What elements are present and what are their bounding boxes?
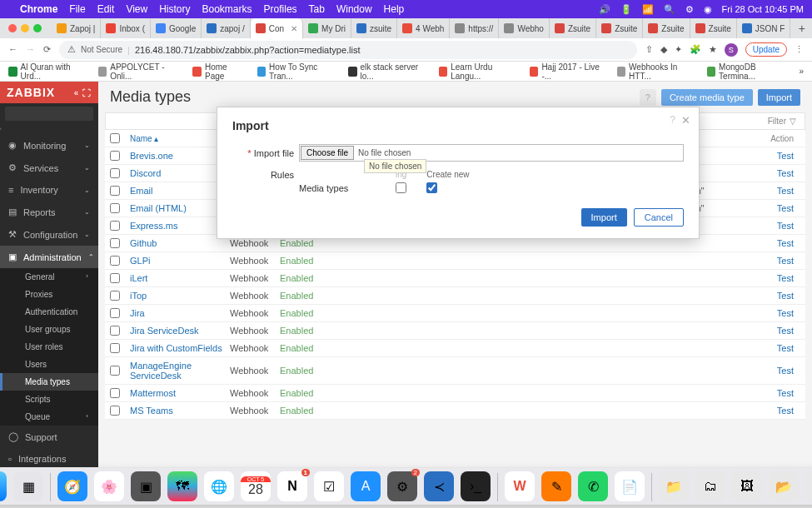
menu-profiles[interactable]: Profiles [264,3,297,15]
browser-tab[interactable]: zapoj / [202,18,250,38]
row-checkbox[interactable] [110,273,120,283]
row-test-link[interactable]: Test [759,186,800,196]
row-checkbox[interactable] [110,168,120,178]
sidebar-sub-authentication[interactable]: Authentication [0,303,98,321]
modal-close-icon[interactable]: ✕ [681,114,690,127]
window-max-icon[interactable] [33,24,42,32]
browser-tab[interactable]: Inbox ( [101,18,151,38]
share-icon[interactable]: ⇧ [645,44,653,55]
row-name[interactable]: Jira with CustomFields [130,343,230,353]
bookmark-item[interactable]: Learn Urdu Langu... [439,62,516,81]
browser-tab[interactable]: Zapoj | [52,18,101,38]
row-test-link[interactable]: Test [759,406,800,416]
dock-terminal-icon[interactable]: ›_ [461,471,491,501]
row-checkbox[interactable] [110,366,120,376]
sidebar-sub-general[interactable]: General› [0,268,98,286]
menu-tab[interactable]: Tab [309,3,325,15]
row-checkbox[interactable] [110,203,120,213]
row-name[interactable]: Mattermost [130,388,230,398]
bookmark-item[interactable]: How To Sync Tran... [257,62,335,81]
bookmark-item[interactable]: Home Page [192,62,243,81]
row-checkbox[interactable] [110,256,120,266]
choose-file-button[interactable]: Choose file [301,146,354,160]
row-status[interactable]: Enabled [280,238,330,248]
logo[interactable]: ZABBIX « ⛶ [0,82,98,103]
sidebar-item-inventory[interactable]: ≡Inventory⌄ [0,179,98,201]
row-name[interactable]: Brevis.one [130,151,230,161]
row-status[interactable]: Enabled [280,343,330,353]
sidebar-item-reports[interactable]: ▤Reports⌄ [0,201,98,223]
row-test-link[interactable]: Test [759,273,800,283]
row-name[interactable]: Discord [130,168,230,178]
sidebar-sub-media-types[interactable]: Media types [0,373,98,391]
menu-window[interactable]: Window [336,3,372,15]
row-name[interactable]: Github [130,238,230,248]
ext-icon-2[interactable]: ✦ [675,44,682,55]
modal-help-icon[interactable]: ? [670,114,675,126]
dock-vscode-icon[interactable]: ≺ [424,471,454,501]
row-checkbox[interactable] [110,238,120,248]
row-name[interactable]: Email [130,186,230,196]
browser-tab[interactable]: My Dri [303,18,351,38]
bookmarks-overflow-icon[interactable]: » [799,67,804,76]
row-name[interactable]: iTop [130,291,230,301]
dock-safari-icon[interactable]: 🧭 [57,471,87,501]
siri-icon[interactable]: ◉ [704,4,712,15]
dock-launchpad-icon[interactable]: ▦ [13,471,43,501]
bookmark-item[interactable]: Hajj 2017 - Live -... [530,62,604,81]
browser-tab[interactable]: Zsuite [596,18,643,38]
bookmark-item[interactable]: elk stack server lo... [348,62,426,81]
row-checkbox[interactable] [110,186,120,196]
app-name[interactable]: Chrome [20,3,57,15]
reload-button[interactable]: ⟳ [43,44,51,55]
sidebar-sub-proxies[interactable]: Proxies [0,286,98,303]
row-name[interactable]: MS Teams [130,406,230,416]
back-button[interactable]: ← [8,44,17,55]
row-status[interactable]: Enabled [280,256,330,266]
create-new-checkbox[interactable] [426,182,437,193]
dock-app1-icon[interactable]: ▣ [131,471,161,501]
dock-app2-icon[interactable]: ✎ [541,471,571,501]
sidebar-item-administration[interactable]: ▣Administration⌃ [0,246,98,268]
row-name[interactable]: Express.ms [130,221,230,231]
row-checkbox[interactable] [110,291,120,301]
new-tab-button[interactable]: + [792,22,812,35]
dock-finder-icon[interactable]: 🙂 [0,471,7,501]
browser-tab[interactable]: Zsuite [643,18,690,38]
update-button[interactable]: Update [745,42,787,57]
dock-photos-icon[interactable]: 🌸 [94,471,124,501]
browser-tab[interactable]: Webho [499,18,550,38]
search-icon[interactable]: 🔍 [664,4,675,15]
collapse-icon[interactable]: « ⛶ [74,88,92,97]
menu-bookmarks[interactable]: Bookmarks [202,3,252,15]
sidebar-search-input[interactable] [5,107,93,121]
row-test-link[interactable]: Test [759,388,800,398]
omnibox[interactable]: ⚠ Not Secure | 216.48.180.71/zabbix/zabb… [59,41,637,59]
row-name[interactable]: Email (HTML) [130,203,230,213]
dock-settings-icon[interactable]: ⚙2 [387,471,417,501]
sidebar-item-monitoring[interactable]: ◉Monitoring⌄ [0,134,98,157]
dock-folder2-icon[interactable]: 🗂 [695,471,725,501]
browser-tab[interactable]: Google [151,18,202,38]
dock-appstore-icon[interactable]: A [351,471,381,501]
dock-chrome-icon[interactable]: 🌐 [204,471,234,501]
row-name[interactable]: iLert [130,273,230,283]
row-test-link[interactable]: Test [759,366,800,376]
sidebar-sub-user-groups[interactable]: User groups [0,321,98,338]
browser-tab[interactable]: JSON F [737,18,791,38]
battery-icon[interactable]: 🔋 [620,4,632,15]
profile-avatar[interactable]: S [725,43,738,57]
row-name[interactable]: Jira [130,308,230,318]
row-checkbox[interactable] [110,221,120,231]
create-media-type-button[interactable]: Create media type [661,89,753,106]
window-close-icon[interactable] [8,24,17,32]
dock-folder3-icon[interactable]: 🖼 [732,471,762,501]
sidebar-item-services[interactable]: ⚙Services⌄ [0,157,98,179]
row-status[interactable]: Enabled [280,291,330,301]
control-center-icon[interactable]: ⚙ [685,4,694,15]
menu-edit[interactable]: Edit [97,3,115,15]
bookmark-item[interactable]: Al Quran with Urd... [8,62,85,81]
sidebar-sub-user-roles[interactable]: User roles [0,338,98,356]
sidebar-sub-scripts[interactable]: Scripts [0,391,98,408]
sidebar-item-configuration[interactable]: ⚒Configuration⌄ [0,223,98,246]
